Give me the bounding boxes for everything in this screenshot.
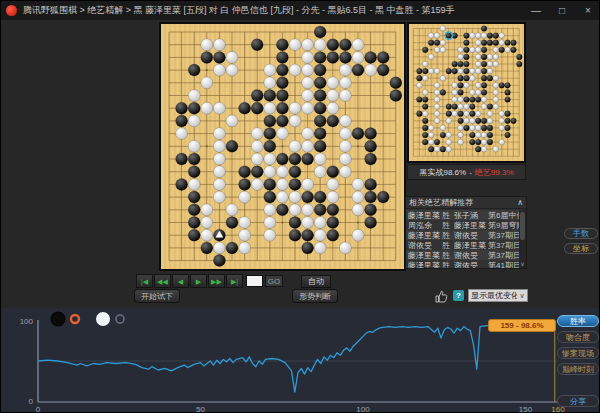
related-game-row[interactable]: 藤泽里菜胜张子涵第6届中信置业杯 xyxy=(406,210,519,220)
legend-white-radio-off[interactable] xyxy=(116,315,124,323)
chart-mode-menu: 胜率吻合度惨案现场巅峰时刻 xyxy=(557,315,599,379)
variation-display-select[interactable]: 显示最优变化 ∨ xyxy=(468,289,528,302)
white-stone xyxy=(440,40,446,46)
black-stone xyxy=(276,90,288,102)
back-fast-button[interactable]: ◀◀ xyxy=(154,274,171,288)
white-stone xyxy=(428,139,434,145)
black-stone xyxy=(458,118,464,124)
black-stone xyxy=(511,118,517,124)
forward-fast-button[interactable]: ▶▶ xyxy=(208,274,225,288)
white-stone xyxy=(440,47,446,53)
white-stone xyxy=(452,97,458,103)
white-stone xyxy=(213,191,225,203)
white-stone xyxy=(276,166,288,178)
black-stone xyxy=(239,102,251,114)
black-stone xyxy=(464,47,470,53)
scrollbar-thumb[interactable] xyxy=(520,212,525,240)
black-stone xyxy=(464,75,470,81)
related-game-row[interactable]: 藤泽里菜胜谢依旻第37期日本女流本因坊 xyxy=(406,250,519,260)
black-stone xyxy=(188,166,200,178)
auto-play-button[interactable]: 自动 xyxy=(301,275,331,288)
white-stone xyxy=(487,118,493,124)
winrate-separator: - xyxy=(469,168,472,177)
white-stone xyxy=(264,204,276,216)
black-stone xyxy=(377,64,389,76)
black-stone xyxy=(314,51,326,63)
black-stone xyxy=(365,178,377,190)
chevron-down-icon: ∨ xyxy=(517,292,527,300)
thumbs-up-icon[interactable] xyxy=(435,289,448,302)
situation-judge-button[interactable]: 形势判断 xyxy=(292,289,338,303)
white-stone xyxy=(458,139,464,145)
related-games-header[interactable]: 相关绝艺精解推荐 ∧ xyxy=(406,197,526,209)
help-button[interactable]: ? xyxy=(453,290,464,301)
maximize-button[interactable]: □ xyxy=(549,1,575,20)
black-stone xyxy=(276,153,288,165)
collapse-icon[interactable]: ∧ xyxy=(517,198,523,207)
chart-mode-button[interactable]: 巅峰时刻 xyxy=(557,363,599,375)
black-stone xyxy=(516,54,522,60)
legend-white-stone-icon[interactable] xyxy=(96,312,110,326)
black-stone xyxy=(314,26,326,38)
move-numbers-button[interactable]: 手数 xyxy=(564,228,598,239)
black-stone xyxy=(276,39,288,51)
player2-name: 藤泽里菜 xyxy=(454,240,488,250)
last-move-button[interactable]: ▶| xyxy=(226,274,243,288)
black-stone xyxy=(505,90,511,96)
white-stone xyxy=(493,90,499,96)
related-game-row[interactable]: 谢依旻胜藤泽里菜第37期日本女流本因坊 xyxy=(406,240,519,250)
share-button[interactable]: 分享 xyxy=(557,395,599,407)
black-stone xyxy=(446,111,452,117)
white-stone xyxy=(302,51,314,63)
black-stone xyxy=(452,61,458,67)
black-stone xyxy=(481,125,487,131)
white-stone xyxy=(493,104,499,110)
event-name: 第9届穹窿山兵圣杯 xyxy=(488,220,519,230)
start-trial-button[interactable]: 开始试下 xyxy=(134,289,180,303)
white-stone xyxy=(226,64,238,76)
chart-mode-button[interactable]: 惨案现场 xyxy=(557,347,599,359)
black-stone xyxy=(481,54,487,60)
white-stone xyxy=(422,61,428,67)
white-stone xyxy=(434,90,440,96)
chart-mode-active-button[interactable]: 胜率 xyxy=(557,315,599,327)
white-stone xyxy=(314,229,326,241)
go-button[interactable]: GO xyxy=(265,275,283,287)
white-stone xyxy=(339,128,351,140)
coordinates-button[interactable]: 坐标 xyxy=(564,243,598,254)
related-game-row[interactable]: 藤泽里菜胜谢依旻第37期日本女流本因坊 xyxy=(406,230,519,240)
variation-go-board[interactable] xyxy=(407,22,526,163)
white-stone xyxy=(289,140,301,152)
main-go-board[interactable] xyxy=(159,22,406,271)
chart-mode-button[interactable]: 吻合度 xyxy=(557,331,599,343)
black-stone xyxy=(276,204,288,216)
move-number-input[interactable] xyxy=(246,275,263,287)
white-stone xyxy=(213,153,225,165)
white-stone xyxy=(458,68,464,74)
scroll-down-icon[interactable]: ∨ xyxy=(519,260,526,268)
event-name: 第6届中信置业杯 xyxy=(488,210,519,220)
related-game-row[interactable]: 周泓余胜藤泽里菜第9届穹窿山兵圣杯 xyxy=(406,220,519,230)
back-one-button[interactable]: ◀ xyxy=(172,274,189,288)
white-stone xyxy=(201,229,213,241)
black-stone xyxy=(446,104,452,110)
minimize-button[interactable]: — xyxy=(523,1,549,20)
black-stone xyxy=(417,97,423,103)
forward-one-button[interactable]: ▶ xyxy=(190,274,207,288)
white-stone xyxy=(327,77,339,89)
black-stone xyxy=(339,51,351,63)
legend-black-stone-icon[interactable] xyxy=(51,312,65,326)
white-stone xyxy=(417,82,423,88)
white-stone xyxy=(428,54,434,60)
white-stone xyxy=(469,125,475,131)
black-stone xyxy=(493,33,499,39)
black-actual-winrate: 黑实战98.6% xyxy=(419,167,466,178)
black-stone xyxy=(428,40,434,46)
related-games-scrollbar[interactable]: ∨ xyxy=(519,210,526,268)
black-stone xyxy=(251,166,263,178)
first-move-button[interactable]: |◀ xyxy=(136,274,153,288)
close-button[interactable]: × xyxy=(575,1,600,20)
legend-black-radio-on[interactable] xyxy=(71,315,79,323)
white-stone xyxy=(481,146,487,152)
related-game-row[interactable]: 藤泽里菜胜谢依旻第41期日本女流本因坊 xyxy=(406,260,519,268)
